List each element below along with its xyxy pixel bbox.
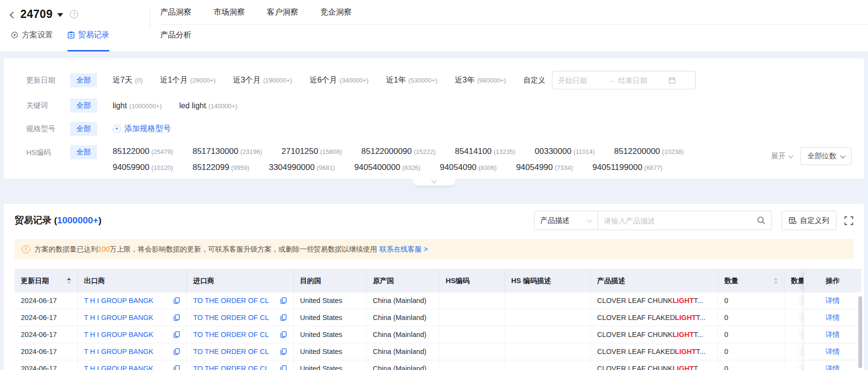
tab-trade-records[interactable]: 贸易记录: [67, 28, 109, 51]
update-date-option[interactable]: 近1年(530000+): [386, 75, 437, 85]
cell-quantity-unit: [785, 343, 804, 360]
plan-id[interactable]: 24709: [20, 8, 52, 21]
update-date-all-chip[interactable]: 全部: [70, 73, 97, 87]
col-header-quantity-unit-truncated: 数量: [785, 269, 804, 292]
cell-action: 详情: [804, 309, 861, 326]
copy-icon[interactable]: [276, 297, 287, 304]
exporter-link[interactable]: T H I GROUP BANGK: [84, 297, 153, 304]
importer-link[interactable]: TO THE ORDER OF CL: [193, 297, 269, 304]
customize-columns-button[interactable]: 自定义列: [782, 211, 836, 230]
cell-action: 详情: [804, 292, 861, 309]
hs-code-option[interactable]: 8517130000(23196): [192, 147, 262, 156]
cell-date: 2024-06-17: [15, 292, 78, 309]
nav-customer-insight[interactable]: 客户洞察: [267, 7, 298, 17]
end-date-input[interactable]: [618, 76, 666, 84]
hs-code-option[interactable]: 3304990000(9681): [269, 163, 335, 172]
copy-icon[interactable]: [276, 331, 287, 338]
hs-code-option[interactable]: 94059900(10120): [113, 163, 173, 172]
custom-date-label[interactable]: 自定义: [523, 76, 545, 85]
cell-exporter: T H I GROUP BANGK: [78, 343, 187, 360]
start-date-input[interactable]: [558, 76, 605, 84]
tab-plan-settings[interactable]: 方案设置: [11, 28, 53, 51]
col-header-update-date[interactable]: 更新日期: [15, 269, 78, 292]
back-icon[interactable]: [10, 11, 17, 18]
cell-hs-desc: [505, 309, 591, 326]
hs-code-option[interactable]: 27101250(15808): [282, 147, 342, 156]
importer-link[interactable]: TO THE ORDER OF CL: [193, 348, 269, 355]
update-date-option[interactable]: 近3个月(190000+): [233, 75, 292, 85]
importer-link[interactable]: TO THE ORDER OF CL: [193, 314, 269, 321]
plan-selector[interactable]: 24709 !: [11, 8, 78, 21]
col-header-quantity[interactable]: 数量: [718, 269, 785, 292]
vertical-scrollbar[interactable]: [858, 296, 862, 368]
hs-code-option[interactable]: 85122099(9959): [192, 163, 249, 172]
copy-icon[interactable]: [169, 331, 180, 338]
update-date-option[interactable]: 近7天(0): [113, 75, 143, 85]
importer-link[interactable]: TO THE ORDER OF CL: [193, 331, 269, 338]
exporter-link[interactable]: T H I GROUP BANGK: [84, 331, 153, 338]
hs-all-chip[interactable]: 全部: [70, 145, 97, 159]
detail-link[interactable]: 详情: [826, 347, 840, 356]
copy-icon[interactable]: [169, 348, 180, 355]
detail-link[interactable]: 详情: [826, 313, 840, 322]
copy-icon[interactable]: [169, 365, 180, 370]
add-spec-button[interactable]: + 添加规格型号: [113, 124, 171, 134]
hs-expand-toggle[interactable]: 展开: [771, 151, 793, 161]
collapse-filters-button[interactable]: [413, 178, 455, 185]
hs-code-option[interactable]: 85122000090(15222): [361, 147, 435, 156]
cell-origin: China (Mainland): [367, 343, 439, 360]
detail-link[interactable]: 详情: [826, 330, 840, 339]
copy-icon[interactable]: [169, 314, 180, 321]
cell-hs-code: [439, 360, 505, 370]
exporter-link[interactable]: T H I GROUP BANGK: [84, 348, 153, 355]
detail-link[interactable]: 详情: [826, 296, 840, 305]
hs-code-option[interactable]: 00330000(11014): [535, 147, 595, 156]
keyword-all-chip[interactable]: 全部: [70, 99, 97, 113]
hs-code-option[interactable]: 94054990(7334): [516, 163, 573, 172]
copy-icon[interactable]: [276, 314, 287, 321]
fullscreen-icon[interactable]: [844, 216, 853, 225]
exporter-link[interactable]: T H I GROUP BANGK: [84, 365, 153, 370]
copy-icon[interactable]: [276, 365, 287, 370]
search-icon[interactable]: [757, 216, 766, 225]
copy-icon[interactable]: [169, 297, 180, 304]
nav-product-insight[interactable]: 产品洞察: [160, 7, 191, 17]
chevron-down-icon[interactable]: [57, 13, 63, 17]
hs-code-option[interactable]: 85122000(25479): [113, 147, 173, 156]
keyword-option[interactable]: led light(140000+): [179, 101, 237, 110]
hs-code-option[interactable]: 9405400000(8326): [354, 163, 420, 172]
update-date-option[interactable]: 近1个月(29000+): [160, 75, 216, 85]
date-range-picker[interactable]: →: [552, 71, 696, 89]
keyword-option[interactable]: light(1000000+): [113, 101, 162, 110]
subnav-product-analysis[interactable]: 产品分析: [160, 30, 191, 40]
calendar-icon: [668, 77, 676, 84]
cell-importer: TO THE ORDER OF CL: [187, 360, 294, 370]
sort-icon[interactable]: [774, 278, 778, 284]
exporter-link[interactable]: T H I GROUP BANGK: [84, 314, 153, 321]
nav-market-insight[interactable]: 市场洞察: [214, 7, 245, 17]
search-input[interactable]: [604, 217, 757, 225]
hs-digits-select[interactable]: 全部位数: [801, 147, 851, 165]
cell-importer: TO THE ORDER OF CL: [187, 326, 294, 343]
keyword-highlight: LIGHT: [675, 348, 696, 355]
hs-code-option[interactable]: 94051199000(6877): [592, 163, 662, 172]
hs-code-option[interactable]: 85414100(13235): [455, 147, 515, 156]
detail-link[interactable]: 详情: [826, 364, 840, 370]
contact-support-link[interactable]: 联系在线客服 >: [380, 245, 428, 253]
search-category-select[interactable]: 产品描述: [534, 211, 598, 230]
update-date-option[interactable]: 近6个月(340000+): [310, 75, 369, 85]
update-date-option[interactable]: 近3年(980000+): [455, 75, 506, 85]
col-header-origin: 原产国: [367, 269, 439, 292]
keyword-highlight: LIGHT: [675, 314, 696, 321]
hs-code-option[interactable]: 94054090(8306): [440, 163, 497, 172]
spec-all-chip[interactable]: 全部: [70, 122, 97, 136]
importer-link[interactable]: TO THE ORDER OF CL: [193, 365, 269, 370]
hs-code-option[interactable]: 8512200000(10238): [614, 147, 684, 156]
copy-icon[interactable]: [276, 348, 287, 355]
sort-icon[interactable]: [67, 278, 71, 284]
tab-trade-records-label: 贸易记录: [78, 30, 109, 40]
nav-competitor-insight[interactable]: 竞企洞察: [320, 7, 351, 17]
info-icon[interactable]: !: [70, 10, 78, 18]
filter-row-keyword: 关键词 全部 light(1000000+) led light(140000+…: [26, 99, 851, 113]
cell-action: 详情: [804, 326, 861, 343]
